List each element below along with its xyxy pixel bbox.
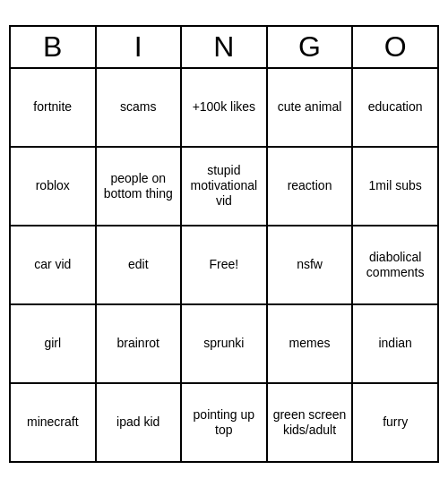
table-row: nsfw	[267, 226, 353, 304]
header-n: N	[181, 26, 267, 68]
table-row: ipad kid	[96, 383, 181, 462]
table-row: education	[352, 68, 438, 147]
table-row: scams	[96, 68, 181, 147]
table-row: furry	[352, 383, 438, 462]
table-row: people on bottom thing	[96, 147, 181, 226]
table-row: pointing up top	[181, 383, 267, 462]
table-row: Free!	[181, 226, 267, 304]
table-row: fortnite	[10, 68, 96, 147]
table-row: minecraft	[10, 383, 96, 462]
header-o: O	[352, 26, 438, 68]
table-row: +100k likes	[181, 68, 267, 147]
table-row: memes	[267, 304, 353, 383]
table-row: edit	[96, 226, 181, 304]
table-row: car vid	[10, 226, 96, 304]
table-row: girl	[10, 304, 96, 383]
table-row: sprunki	[181, 304, 267, 383]
table-row: indian	[352, 304, 438, 383]
table-row: brainrot	[96, 304, 181, 383]
header-i: I	[96, 26, 181, 68]
table-row: reaction	[267, 147, 353, 226]
table-row: roblox	[10, 147, 96, 226]
table-row: stupid motivational vid	[181, 147, 267, 226]
header-b: B	[10, 26, 96, 68]
table-row: 1mil subs	[352, 147, 438, 226]
table-row: cute animal	[267, 68, 353, 147]
header-g: G	[267, 26, 353, 68]
table-row: diabolical comments	[352, 226, 438, 304]
bingo-card: B I N G O fortnitescams+100k likescute a…	[9, 25, 439, 463]
table-row: green screen kids/adult	[267, 383, 353, 462]
